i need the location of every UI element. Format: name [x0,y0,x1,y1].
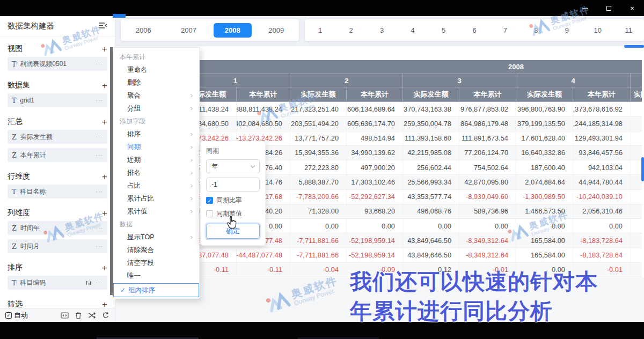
menu-item-11[interactable]: 累计占比› [113,192,199,205]
table-field-row: 实际发生额本年累计实际发生额本年累计实际发生额本年累计实际发生额本年累计实际发生… [181,87,642,102]
more-icon[interactable]: ··· [96,134,103,140]
table-cell [631,204,642,218]
menu-item-label: 聚合 [127,92,141,99]
period-unit-select[interactable]: 年 [206,159,260,173]
more-icon[interactable]: ··· [96,188,103,195]
month-tab-3[interactable]: 3 [367,26,397,34]
year-tab-2007[interactable]: 2007 [166,26,211,34]
menu-item-2[interactable]: 删除 [113,76,199,89]
menu-item-12[interactable]: 累计值› [113,205,199,218]
field-chip[interactable]: Z时间年··· [8,221,107,235]
field-chip[interactable]: Tgrid1··· [8,93,107,107]
chevron-right-icon: › [191,231,193,244]
month-tab-1[interactable]: 1 [305,26,335,34]
table-column-header: 本年累计 [237,87,290,102]
hand-cursor-icon [226,216,238,232]
section-label: 筛选 [8,299,23,308]
table-column-header: 实际发生额 [403,87,459,102]
table-cell: 272,223.80 [290,160,347,174]
field-chip[interactable]: T科目名称··· [8,185,107,198]
table-cell: -0.04 [290,263,347,277]
close-button[interactable]: × [620,0,644,16]
month-tab-4[interactable]: 4 [397,26,428,34]
add-icon[interactable]: + [102,263,107,272]
section-header: 数据集+ [0,77,115,93]
menu-item-6[interactable]: 排序› [113,128,199,141]
menu-section-label: 本年累计 [113,50,199,63]
table-cell: 25,566,993.34 [403,175,459,189]
year-tab-2006[interactable]: 2006 [121,26,166,34]
more-icon[interactable]: ··· [96,225,103,231]
table-cell: -8,183,728.64 [573,248,631,262]
field-chip[interactable]: Z时间月··· [8,239,107,253]
table-cell: 34,990,139.62 [347,146,403,160]
field-type-icon: T [12,279,16,287]
field-chip[interactable]: Z本年累计··· [8,148,107,162]
more-icon[interactable]: ··· [96,61,103,67]
collapse-menu-icon[interactable] [98,22,107,31]
menu-item-3[interactable]: 聚合› [113,89,199,102]
add-icon[interactable]: + [102,172,107,181]
checkbox-checked-icon[interactable]: ✓ [206,197,213,204]
table-cell: 497,900.20 [347,160,403,174]
month-tab-11[interactable]: 11 [613,26,644,34]
checkbox-icon[interactable] [206,210,213,217]
menu-item-1[interactable]: 重命名 [113,63,199,76]
more-icon[interactable]: ··· [96,243,103,249]
menu-item-10[interactable]: 占比› [113,179,199,192]
add-icon[interactable]: + [102,209,107,218]
month-tab-10[interactable]: 10 [582,26,613,34]
month-tab-9[interactable]: 9 [552,26,582,34]
minimize-button[interactable] [573,0,597,16]
menu-item-8[interactable]: 近期› [113,153,199,166]
table-row: 402,084,680.50402,084,680.50203,551,494.… [181,116,642,131]
ratio-option[interactable]: ✓ 同期比率 [206,196,260,205]
add-icon[interactable]: + [102,81,107,90]
more-icon[interactable]: ··· [96,279,103,286]
table-cell: 42,870,095.80 [459,175,516,189]
menu-item-14[interactable]: 显示TOP› [113,231,199,244]
menu-item-7[interactable]: 同期› [113,141,199,153]
add-icon[interactable]: + [102,300,107,308]
year-tab-2009[interactable]: 2009 [254,26,299,34]
menu-item-label: 近期 [127,156,141,164]
chevron-down-icon [251,163,255,167]
add-icon[interactable]: + [102,117,107,127]
field-label: 时间月 [20,242,40,251]
more-icon[interactable]: ··· [96,97,103,104]
table-column-header: 实际发生额 [290,87,347,102]
shuffle-icon[interactable] [88,312,96,319]
month-tab-2[interactable]: 2 [335,26,366,34]
month-tab-6[interactable]: 6 [459,26,489,34]
menu-item-16[interactable]: 清空字段 [113,256,199,269]
section-header: 视图+ [0,41,115,57]
field-type-icon: T [12,60,16,68]
menu-item-18[interactable]: ✓组内排序 [113,283,199,297]
menu-item-9[interactable]: 排名› [113,166,199,179]
table-cell: -1,300,989.50 [516,190,573,204]
trash-icon[interactable] [75,312,82,319]
horizontal-scrollbar-thumb[interactable] [624,45,644,48]
menu-item-17[interactable]: 唯一 [113,269,199,282]
maximize-button[interactable] [597,0,620,16]
menu-item-4[interactable]: 分组› [113,102,199,115]
field-type-icon: Z [12,151,17,159]
auto-toggle[interactable]: ✓ 自动 [5,311,28,320]
menu-item-label: 清空字段 [127,259,154,267]
vertical-scrollbar-thumb[interactable] [641,157,644,181]
code-icon[interactable] [61,312,69,319]
offset-input[interactable]: -1 [206,178,260,191]
year-tab-2008[interactable]: 2008 [214,23,252,38]
field-chip[interactable]: T利润表视频0501··· [8,57,107,71]
month-tab-5[interactable]: 5 [428,26,459,34]
sidebar-header: 数据集构建器 [0,16,115,36]
table-cell: 498,514.94 [347,131,403,145]
month-tab-7[interactable]: 7 [490,26,521,34]
refresh-icon[interactable] [102,312,109,319]
menu-item-15[interactable]: 清除聚合 [113,244,199,256]
more-icon[interactable]: ··· [96,152,103,158]
month-tab-8[interactable]: 8 [521,26,551,34]
field-chip[interactable]: Z实际发生额··· [8,130,107,144]
add-icon[interactable]: + [102,45,107,54]
field-chip[interactable]: T科目编码··· [8,276,107,290]
